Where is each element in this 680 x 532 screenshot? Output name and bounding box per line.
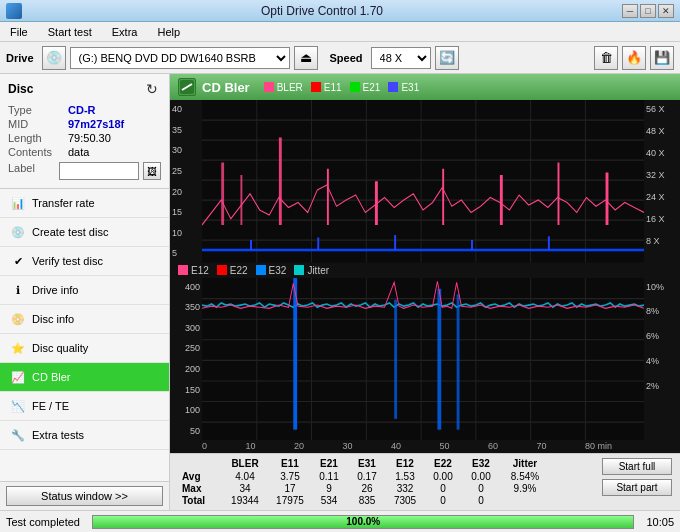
cd-bler-icon: 📈 — [10, 369, 26, 385]
disc-label-browse-button[interactable]: 🖼 — [143, 162, 161, 180]
nav-verify-test-disc[interactable]: ✔ Verify test disc — [0, 247, 169, 276]
stats-max-jitter: 9.9% — [500, 483, 550, 494]
close-button[interactable]: ✕ — [658, 4, 674, 18]
nav-disc-quality-label: Disc quality — [32, 342, 88, 354]
svg-rect-48 — [437, 288, 441, 429]
legend-e21: E21 — [350, 82, 381, 93]
start-full-button[interactable]: Start full — [602, 458, 672, 475]
y-right-8x: 8 X — [646, 236, 660, 246]
stats-col-header-empty — [182, 458, 220, 469]
svg-rect-29 — [471, 240, 473, 250]
nav-transfer-rate[interactable]: 📊 Transfer rate — [0, 189, 169, 218]
x-label-80min: 80 min — [585, 441, 612, 451]
nav-drive-info-label: Drive info — [32, 284, 78, 296]
disc-quality-icon: ⭐ — [10, 340, 26, 356]
y-label-35: 35 — [172, 125, 200, 135]
stats-max-bler: 34 — [220, 483, 270, 494]
nav-drive-info[interactable]: ℹ Drive info — [0, 276, 169, 305]
refresh-speed-button[interactable]: 🔄 — [435, 46, 459, 70]
stats-total-jitter — [500, 495, 550, 506]
menu-file[interactable]: File — [4, 24, 34, 40]
erase-button[interactable]: 🗑 — [594, 46, 618, 70]
cd-bler-header-icon — [178, 78, 196, 96]
main-layout: Disc ↻ Type CD-R MID 97m27s18f Length 79… — [0, 74, 680, 510]
stats-total-e22: 0 — [424, 495, 462, 506]
disc-label-label: Label — [8, 162, 59, 180]
contents-label: Contents — [8, 146, 68, 158]
stats-avg-bler: 4.04 — [220, 471, 270, 482]
app-icon — [6, 3, 22, 19]
progress-bar: 100.0% — [92, 515, 634, 529]
type-value: CD-R — [68, 104, 96, 116]
nav-cd-bler[interactable]: 📈 CD Bler — [0, 363, 169, 392]
menu-start-test[interactable]: Start test — [42, 24, 98, 40]
stats-max-e22: 0 — [424, 483, 462, 494]
minimize-button[interactable]: ─ — [622, 4, 638, 18]
drive-select[interactable]: (G:) BENQ DVD DD DW1640 BSRB — [70, 47, 290, 69]
maximize-button[interactable]: □ — [640, 4, 656, 18]
nav-disc-info-label: Disc info — [32, 313, 74, 325]
length-label: Length — [8, 132, 68, 144]
nav-create-test-disc[interactable]: 💿 Create test disc — [0, 218, 169, 247]
stats-avg-jitter: 8.54% — [500, 471, 550, 482]
svg-rect-31 — [202, 278, 644, 441]
nav-disc-quality[interactable]: ⭐ Disc quality — [0, 334, 169, 363]
svg-rect-19 — [279, 138, 282, 226]
stats-avg-e12: 1.53 — [386, 471, 424, 482]
disc-label-input[interactable] — [59, 162, 139, 180]
legend-e31: E31 — [388, 82, 419, 93]
stats-avg-e21: 0.11 — [310, 471, 348, 482]
svg-rect-2 — [202, 100, 644, 263]
nav-cd-bler-label: CD Bler — [32, 371, 71, 383]
menu-extra[interactable]: Extra — [106, 24, 144, 40]
svg-rect-21 — [375, 181, 378, 225]
y2-350: 350 — [185, 302, 200, 312]
save-button[interactable]: 💾 — [650, 46, 674, 70]
status-text: Test completed — [6, 516, 80, 528]
nav-list: 📊 Transfer rate 💿 Create test disc ✔ Ver… — [0, 189, 169, 481]
mid-label: MID — [8, 118, 68, 130]
y-right-24x: 24 X — [646, 192, 665, 202]
stats-row-max-label: Max — [182, 483, 220, 494]
mid-value: 97m27s18f — [68, 118, 124, 130]
y-right-48x: 48 X — [646, 126, 665, 136]
length-value: 79:50.30 — [68, 132, 111, 144]
stats-total-e12: 7305 — [386, 495, 424, 506]
svg-rect-24 — [558, 163, 560, 226]
stats-col-bler: BLER — [220, 458, 270, 469]
disc-refresh-button[interactable]: ↻ — [143, 80, 161, 98]
nav-fe-te[interactable]: 📉 FE / TE — [0, 392, 169, 421]
charts-area: 40 35 30 25 20 15 10 5 — [170, 100, 680, 453]
menu-help[interactable]: Help — [151, 24, 186, 40]
drive-icon-button[interactable]: 💿 — [42, 46, 66, 70]
burn-button[interactable]: 🔥 — [622, 46, 646, 70]
nav-verify-test-disc-label: Verify test disc — [32, 255, 103, 267]
nav-transfer-rate-label: Transfer rate — [32, 197, 95, 209]
speed-select[interactable]: 48 X — [371, 47, 431, 69]
y2-150: 150 — [185, 385, 200, 395]
svg-rect-22 — [442, 169, 444, 225]
legend-e11: E11 — [311, 82, 342, 93]
svg-rect-17 — [221, 163, 224, 226]
svg-rect-47 — [394, 299, 397, 418]
transfer-rate-icon: 📊 — [10, 195, 26, 211]
disc-info-icon: 📀 — [10, 311, 26, 327]
y2-right-4pct: 4% — [646, 356, 659, 366]
start-part-button[interactable]: Start part — [602, 479, 672, 496]
legend-e32: E32 — [256, 265, 287, 276]
lower-chart-svg — [202, 278, 644, 441]
x-label-10: 10 — [245, 441, 255, 451]
stats-total-e31: 835 — [348, 495, 386, 506]
svg-rect-23 — [500, 175, 503, 225]
y2-right-2pct: 2% — [646, 381, 659, 391]
legend-e22: E22 — [217, 265, 248, 276]
eject-button[interactable]: ⏏ — [294, 46, 318, 70]
progress-fill: 100.0% — [93, 516, 633, 528]
nav-extra-tests[interactable]: 🔧 Extra tests — [0, 421, 169, 450]
nav-disc-info[interactable]: 📀 Disc info — [0, 305, 169, 334]
stats-col-e31: E31 — [348, 458, 386, 469]
y2-50: 50 — [190, 426, 200, 436]
stats-avg-e11: 3.75 — [270, 471, 310, 482]
y-label-10: 10 — [172, 228, 200, 238]
status-window-button[interactable]: Status window >> — [6, 486, 163, 506]
